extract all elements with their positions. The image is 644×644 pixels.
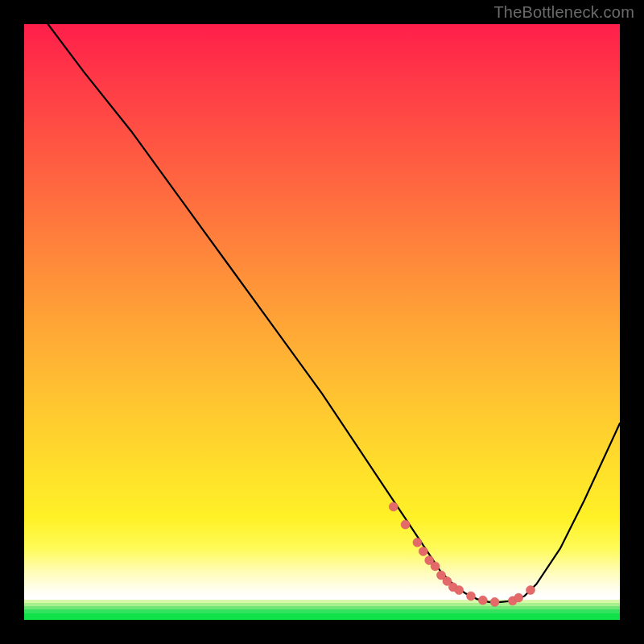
chart-svg	[24, 24, 620, 620]
plot-area	[24, 24, 620, 620]
marker-dot	[526, 586, 535, 595]
marker-dot	[419, 547, 427, 555]
marker-dot	[455, 586, 464, 595]
marker-dot	[401, 520, 410, 529]
marker-dot	[389, 502, 398, 511]
marker-dot	[514, 593, 523, 602]
marker-dot	[431, 562, 440, 571]
marker-dot	[413, 538, 422, 547]
watermark-text: TheBottleneck.com	[493, 3, 634, 22]
marker-dots-group	[389, 502, 535, 606]
curve-line	[48, 24, 620, 602]
marker-dot	[478, 596, 487, 605]
marker-dot	[490, 597, 499, 606]
marker-dot	[467, 592, 476, 601]
